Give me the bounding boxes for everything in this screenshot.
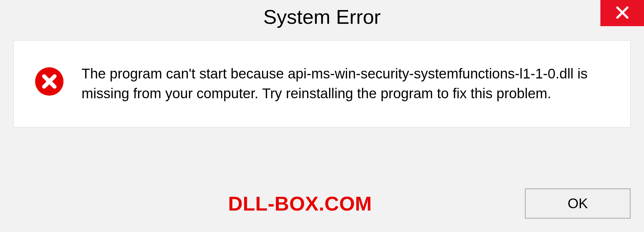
watermark-text: DLL-BOX.COM — [13, 192, 372, 215]
close-button[interactable] — [600, 0, 644, 26]
ok-button[interactable]: OK — [525, 188, 631, 219]
error-message: The program can't start because api-ms-w… — [82, 64, 607, 104]
dialog-title: System Error — [263, 5, 381, 28]
title-bar: System Error — [0, 0, 644, 34]
error-icon — [34, 66, 65, 97]
message-panel: The program can't start because api-ms-w… — [13, 40, 631, 127]
close-icon — [615, 5, 630, 21]
footer: DLL-BOX.COM OK — [0, 188, 644, 219]
